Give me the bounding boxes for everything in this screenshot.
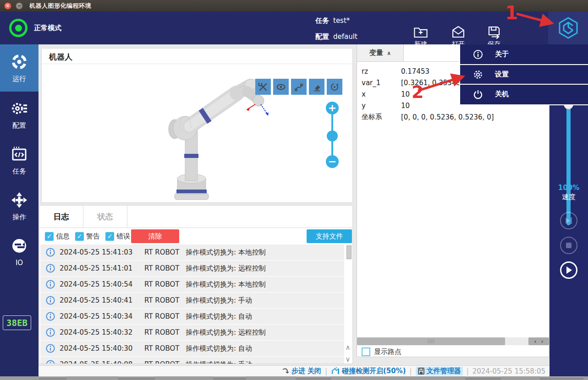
sidebar-item-run[interactable]: 运行 [0, 44, 38, 92]
stop-button[interactable] [560, 237, 577, 254]
visibility-button[interactable] [273, 79, 289, 95]
background-window-strip [0, 376, 588, 380]
collision-detection-status[interactable]: 碰撞检测开启(50%) [331, 367, 406, 375]
log-filter-row: ✓ 信息 ✓ 警告 ✓ 错误 清除 支持文件 [39, 228, 353, 244]
info-icon [46, 296, 55, 305]
variables-hscrollbar[interactable]: ‹ › [357, 337, 549, 345]
tab-log[interactable]: 日志 [39, 206, 83, 228]
robot-view-panel: 机器人 [41, 48, 353, 203]
variable-value: 10 [401, 102, 410, 110]
support-files-button[interactable]: 支持文件 [307, 229, 352, 243]
tools-icon [257, 81, 269, 93]
sidebar-item-task[interactable]: 任务 [0, 137, 38, 183]
log-entry-row[interactable]: 2024-05-25 15:40:54 RT ROBOT 操作模式切换为: 本地… [40, 277, 344, 292]
log-entry-row[interactable]: 2024-05-25 15:40:34 RT ROBOT 操作模式切换为: 自动 [40, 309, 344, 324]
clear-log-button[interactable]: 清除 [131, 229, 179, 243]
mode-label: 正常模式 [34, 24, 61, 33]
log-message: 操作模式切换为: 本地控制 [186, 280, 266, 289]
file-manager-icon [418, 368, 425, 375]
sidebar-item-operate[interactable]: 操作 [0, 183, 38, 229]
info-icon [46, 264, 55, 273]
log-source: RT ROBOT [144, 264, 180, 272]
log-entry-row[interactable]: 2024-05-25 15:41:01 RT ROBOT 操作模式切换为: 远程… [40, 261, 344, 276]
scroll-left-icon[interactable]: ‹ [534, 338, 536, 345]
zoom-in-button[interactable]: + [326, 102, 339, 114]
statusbar-clock: 2024-05-25 15:58:05 [473, 367, 545, 375]
sidebar-item-config[interactable]: 配置 [0, 92, 38, 137]
sidebar-item-label: IO [16, 259, 23, 267]
filter-label: 信息 [56, 232, 70, 241]
variable-name: 坐标系 [357, 113, 401, 121]
app-dropdown-menu: 关于 设置 关机 [459, 44, 588, 105]
sidebar-item-label: 任务 [12, 167, 26, 176]
log-message: 操作模式切换为: 远程控制 [186, 264, 266, 273]
new-folder-icon [413, 25, 429, 39]
gear-list-icon [10, 99, 28, 118]
sidebar-item-io[interactable]: IO [0, 229, 38, 275]
filter-checkbox[interactable]: ✓ [45, 232, 54, 241]
log-scrollbar-thumb[interactable] [346, 245, 352, 259]
show-waypoints-checkbox[interactable] [362, 347, 370, 356]
variable-row[interactable]: 坐标系 [0, 0, 0, 0.5236, 0.5236, 0] [357, 111, 549, 123]
brand-logo-icon [556, 16, 580, 40]
log-entry-row[interactable]: 2024-05-25 15:40:08 RT ROBOT 操作模式切换为: 手动 [40, 357, 344, 364]
info-icon [46, 328, 55, 337]
scroll-right-icon[interactable]: › [541, 338, 544, 345]
zoom-out-button[interactable]: − [326, 155, 339, 168]
log-scroll-arrows[interactable]: ∧ ∨ [344, 342, 352, 364]
gear-icon [473, 70, 483, 80]
zoom-control: + − [320, 99, 344, 172]
filter-checkbox[interactable]: ✓ [105, 232, 114, 241]
tools-button[interactable] [255, 79, 271, 95]
variable-name: rz [357, 67, 401, 76]
log-entry-row[interactable]: 2024-05-25 15:40:32 RT ROBOT 操作模式切换为: 远程… [40, 325, 344, 340]
menu-item-settings[interactable]: 设置 [460, 64, 588, 84]
status-badge: 38EB [3, 315, 31, 330]
task-value: test* [333, 16, 350, 25]
statusbar-divider: | [410, 367, 412, 375]
window-minimize-button[interactable]: − [16, 2, 23, 10]
hscrollbar-thumb[interactable] [357, 337, 505, 345]
scroll-down-icon[interactable]: ∨ [344, 353, 352, 364]
play-button[interactable] [560, 261, 577, 279]
tab-status[interactable]: 状态 [83, 206, 127, 228]
app-menu-button[interactable] [548, 11, 588, 44]
hscrollbar-arrows[interactable]: ‹ › [528, 337, 549, 345]
rotate-view-button[interactable] [327, 79, 342, 95]
step-forward-button[interactable] [560, 212, 577, 229]
path-button[interactable] [291, 79, 307, 95]
filter-label: 错误 [116, 232, 130, 241]
eraser-button[interactable] [309, 79, 324, 95]
zoom-slider-knob[interactable] [327, 130, 338, 141]
eraser-icon [311, 81, 323, 93]
info-icon [473, 49, 483, 60]
topbar: 正常模式 任务 test* 配置 default 新建 打开 [0, 11, 588, 44]
variable-name: x [357, 90, 401, 98]
log-entry-row[interactable]: 2024-05-25 15:40:41 RT ROBOT 操作模式切换为: 手动 [40, 293, 344, 308]
log-message: 操作模式切换为: 自动 [186, 312, 252, 321]
filter-checkbox[interactable]: ✓ [75, 232, 84, 241]
log-entry-row[interactable]: 2024-05-25 15:41:03 RT ROBOT 操作模式切换为: 本地… [40, 244, 344, 260]
file-manager-button[interactable]: 文件管理器 [416, 367, 463, 375]
log-entry-row[interactable]: 2024-05-25 15:40:30 RT ROBOT 操作模式切换为: 自动 [40, 341, 344, 356]
window-close-button[interactable]: × [4, 2, 11, 10]
run-icon [10, 53, 28, 71]
log-source: RT ROBOT [144, 312, 180, 320]
menu-item-about[interactable]: 关于 [460, 44, 588, 64]
step-arrow-icon [282, 368, 290, 375]
minus-icon: − [328, 157, 336, 167]
robot-panel-title: 机器人 [49, 52, 72, 62]
step-mode-status[interactable]: 步进 关闭 [282, 367, 321, 375]
statusbar-divider: | [467, 367, 469, 375]
variable-value: [0, 0, 0, 0.5236, 0.5236, 0] [401, 113, 494, 121]
variables-header[interactable]: 变量 ∧ [357, 44, 404, 61]
statusbar-divider: | [325, 367, 327, 375]
speed-slider-track[interactable] [566, 103, 571, 225]
config-value: default [333, 33, 357, 41]
info-icon [46, 344, 55, 353]
log-message: 操作模式切换为: 本地控制 [186, 248, 266, 257]
log-list[interactable]: 2024-05-25 15:41:03 RT ROBOT 操作模式切换为: 本地… [39, 244, 353, 364]
scroll-up-icon[interactable]: ∧ [344, 342, 352, 353]
menu-item-shutdown[interactable]: 关机 [460, 84, 588, 103]
path-icon [293, 81, 305, 93]
